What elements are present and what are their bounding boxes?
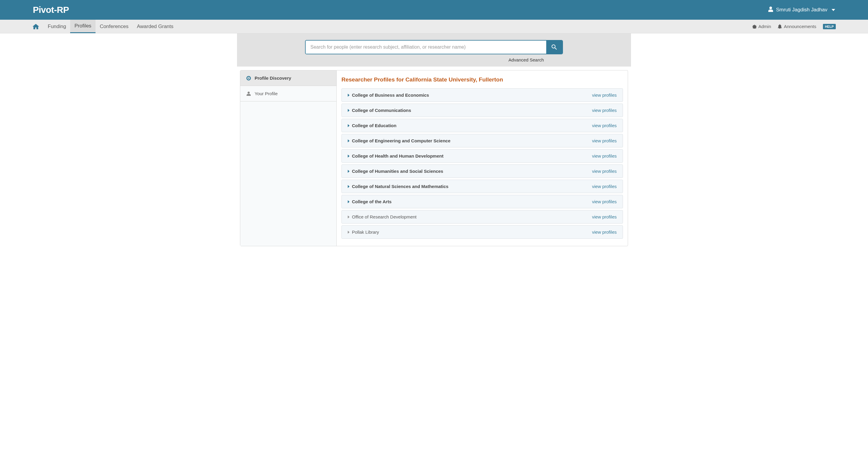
nav-funding[interactable]: Funding: [43, 20, 70, 33]
sidebar-item-label: Profile Discovery: [255, 75, 291, 81]
college-name: College of the Arts: [352, 199, 392, 204]
college-list: College of Business and Economicsview pr…: [341, 88, 623, 239]
college-row-left: College of Communications: [348, 108, 411, 113]
college-name: College of Engineering and Computer Scie…: [352, 138, 451, 143]
college-row-left: Office of Research Development: [348, 214, 417, 219]
college-row[interactable]: College of Natural Sciences and Mathemat…: [341, 180, 623, 193]
college-row[interactable]: College of Humanities and Social Science…: [341, 164, 623, 178]
expand-caret-icon: [348, 155, 349, 158]
view-profiles-link[interactable]: view profiles: [592, 184, 617, 189]
college-row-left: College of Business and Economics: [348, 93, 429, 98]
nav-announcements[interactable]: Announcements: [778, 24, 816, 29]
top-header: Pivot-RP Smruti Jagdish Jadhav: [0, 0, 868, 20]
target-icon: [246, 76, 251, 81]
view-profiles-link[interactable]: view profiles: [592, 214, 617, 219]
nav-profiles[interactable]: Profiles: [70, 20, 95, 33]
sidebar: Profile Discovery Your Profile: [240, 70, 337, 246]
college-name: College of Business and Economics: [352, 93, 429, 98]
expand-caret-icon: [348, 231, 349, 234]
college-row-left: College of Health and Human Development: [348, 153, 443, 158]
expand-caret-icon: [348, 200, 349, 203]
search-input[interactable]: [306, 40, 546, 54]
content-wrap: Profile Discovery Your Profile Researche…: [240, 70, 628, 246]
college-row-left: College of Humanities and Social Science…: [348, 168, 443, 174]
expand-caret-icon: [348, 170, 349, 173]
college-row[interactable]: College of Health and Human Developmentv…: [341, 149, 623, 163]
expand-caret-icon: [348, 185, 349, 188]
view-profiles-link[interactable]: view profiles: [592, 229, 617, 235]
college-name: College of Education: [352, 123, 396, 128]
sidebar-item-profile-discovery[interactable]: Profile Discovery: [240, 70, 336, 86]
college-row[interactable]: College of Engineering and Computer Scie…: [341, 134, 623, 148]
sidebar-item-label: Your Profile: [255, 91, 278, 96]
nav-conferences[interactable]: Conferences: [95, 20, 132, 33]
view-profiles-link[interactable]: view profiles: [592, 123, 617, 128]
home-icon: [32, 23, 39, 30]
nav-home[interactable]: [32, 20, 43, 33]
user-icon: [768, 6, 773, 13]
college-row-left: College of Education: [348, 123, 396, 128]
expand-caret-icon: [348, 109, 349, 112]
college-row[interactable]: College of Communicationsview profiles: [341, 103, 623, 117]
main-panel: Researcher Profiles for California State…: [337, 70, 628, 246]
college-row[interactable]: Pollak Libraryview profiles: [341, 225, 623, 239]
nav-admin[interactable]: Admin: [752, 24, 771, 29]
nav-right: Admin Announcements HELP: [752, 24, 836, 29]
nav-left: Funding Profiles Conferences Awarded Gra…: [32, 20, 178, 33]
user-menu[interactable]: Smruti Jagdish Jadhav: [768, 6, 835, 13]
advanced-search-link[interactable]: Advanced Search: [305, 57, 563, 62]
college-row[interactable]: Office of Research Developmentview profi…: [341, 210, 623, 223]
college-row-left: College of Natural Sciences and Mathemat…: [348, 184, 448, 189]
search-icon: [552, 44, 557, 50]
bell-icon: [778, 24, 782, 29]
help-badge[interactable]: HELP: [823, 24, 836, 29]
view-profiles-link[interactable]: view profiles: [592, 138, 617, 143]
view-profiles-link[interactable]: view profiles: [592, 199, 617, 204]
nav-bar: Funding Profiles Conferences Awarded Gra…: [0, 20, 868, 33]
college-row-left: College of the Arts: [348, 199, 392, 204]
college-name: Pollak Library: [352, 229, 379, 235]
expand-caret-icon: [348, 124, 349, 127]
search-button[interactable]: [546, 40, 562, 54]
college-row-left: Pollak Library: [348, 229, 379, 235]
expand-caret-icon: [348, 215, 349, 218]
view-profiles-link[interactable]: view profiles: [592, 108, 617, 113]
college-name: Office of Research Development: [352, 214, 417, 219]
view-profiles-link[interactable]: view profiles: [592, 168, 617, 174]
college-name: College of Communications: [352, 108, 411, 113]
search-band: Advanced Search: [237, 33, 631, 67]
college-row[interactable]: College of the Artsview profiles: [341, 195, 623, 208]
caret-down-icon: [832, 9, 835, 11]
gear-icon: [752, 24, 757, 29]
view-profiles-link[interactable]: view profiles: [592, 153, 617, 158]
college-name: College of Health and Human Development: [352, 153, 443, 158]
nav-awarded-grants[interactable]: Awarded Grants: [133, 20, 178, 33]
svg-point-1: [248, 78, 249, 79]
page-title: Researcher Profiles for California State…: [341, 76, 623, 83]
expand-caret-icon: [348, 94, 349, 97]
person-icon: [246, 91, 251, 96]
logo: Pivot-RP: [33, 5, 69, 15]
search-inner: Advanced Search: [305, 40, 563, 62]
college-name: College of Natural Sciences and Mathemat…: [352, 184, 448, 189]
college-row[interactable]: College of Business and Economicsview pr…: [341, 88, 623, 102]
college-row[interactable]: College of Educationview profiles: [341, 119, 623, 132]
sidebar-item-your-profile[interactable]: Your Profile: [240, 86, 336, 101]
college-name: College of Humanities and Social Science…: [352, 168, 443, 174]
expand-caret-icon: [348, 140, 349, 142]
college-row-left: College of Engineering and Computer Scie…: [348, 138, 451, 143]
search-box: [305, 40, 563, 54]
username: Smruti Jagdish Jadhav: [776, 7, 828, 13]
view-profiles-link[interactable]: view profiles: [592, 93, 617, 98]
